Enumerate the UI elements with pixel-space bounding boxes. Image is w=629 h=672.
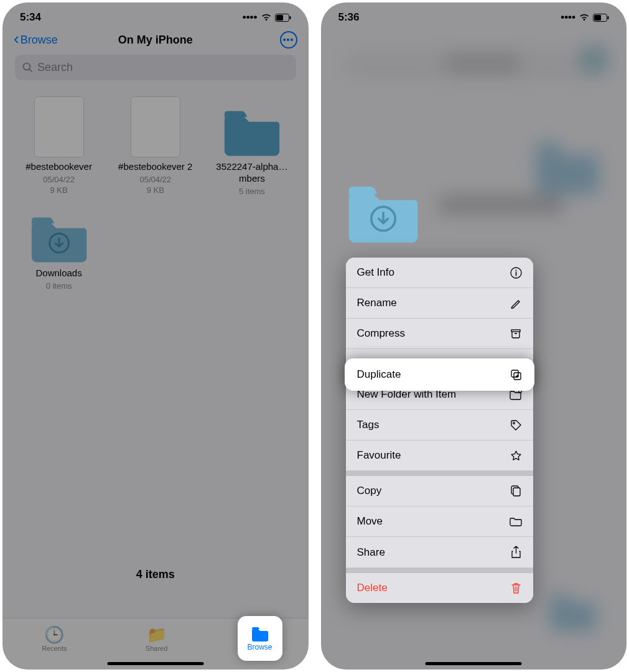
menu-rename[interactable]: Rename bbox=[346, 288, 534, 319]
battery-icon bbox=[593, 14, 609, 22]
tab-recents[interactable]: 🕒 Recents bbox=[42, 626, 67, 652]
status-time: 5:36 bbox=[338, 11, 360, 24]
folder-icon bbox=[251, 626, 269, 642]
menu-favourite[interactable]: Favourite bbox=[346, 441, 534, 471]
trash-icon bbox=[510, 582, 522, 594]
status-bar: 5:34 •••• bbox=[2, 2, 309, 27]
search-placeholder: Search bbox=[37, 61, 73, 74]
tab-shared[interactable]: 📁 Shared bbox=[146, 626, 167, 652]
star-icon bbox=[510, 450, 522, 462]
tab-browse-highlighted[interactable]: Browse bbox=[238, 616, 282, 661]
menu-get-info[interactable]: Get Info bbox=[346, 258, 534, 288]
wifi-icon bbox=[261, 13, 272, 22]
menu-separator bbox=[346, 568, 534, 573]
file-item[interactable]: 3522247-alpha…mbers 5 items bbox=[207, 96, 297, 197]
svg-rect-20 bbox=[513, 488, 520, 496]
back-label: Browse bbox=[21, 34, 58, 47]
folder-icon bbox=[510, 516, 522, 526]
home-indicator[interactable] bbox=[426, 662, 522, 665]
ellipsis-icon: ••• bbox=[283, 35, 294, 45]
file-item[interactable]: Downloads 0 items bbox=[14, 203, 104, 292]
chevron-left-icon: ‹ bbox=[14, 29, 19, 49]
shared-folder-icon: 📁 bbox=[147, 626, 167, 643]
folder-plus-icon bbox=[510, 390, 522, 400]
menu-share[interactable]: Share bbox=[346, 537, 534, 568]
context-menu: Get Info Rename Compress Duplicate New F… bbox=[346, 258, 534, 603]
menu-duplicate-highlighted[interactable]: Duplicate bbox=[345, 358, 535, 391]
home-indicator[interactable] bbox=[107, 662, 203, 665]
menu-separator bbox=[346, 471, 534, 476]
file-item[interactable]: #bestebookever 2 05/04/22 9 KB bbox=[110, 96, 200, 197]
cellular-icon: •••• bbox=[243, 11, 258, 24]
pencil-icon bbox=[510, 297, 522, 309]
tag-icon bbox=[510, 419, 522, 431]
item-count: 4 items bbox=[2, 561, 309, 589]
nav-bar: ‹ Browse On My iPhone ••• bbox=[2, 27, 309, 55]
svg-rect-2 bbox=[276, 15, 283, 21]
file-grid: #bestebookever 05/04/22 9 KB #bestebooke… bbox=[2, 90, 309, 298]
search-icon bbox=[22, 62, 33, 73]
document-icon bbox=[131, 96, 180, 157]
svg-point-4 bbox=[24, 63, 30, 70]
folder-icon bbox=[222, 108, 282, 156]
svg-point-19 bbox=[513, 422, 515, 424]
svg-rect-7 bbox=[594, 15, 601, 21]
menu-copy[interactable]: Copy bbox=[346, 476, 534, 506]
battery-icon bbox=[275, 14, 291, 22]
status-bar: 5:36 •••• bbox=[321, 2, 627, 27]
svg-rect-12 bbox=[511, 330, 520, 332]
folder-icon bbox=[29, 214, 89, 263]
duplicate-icon bbox=[510, 369, 522, 381]
share-icon bbox=[510, 546, 522, 559]
svg-rect-3 bbox=[289, 16, 291, 19]
copy-icon bbox=[510, 485, 522, 497]
menu-delete[interactable]: Delete bbox=[346, 573, 534, 603]
wifi-icon bbox=[579, 13, 590, 22]
document-icon bbox=[34, 96, 84, 157]
more-button[interactable]: ••• bbox=[280, 31, 297, 49]
file-item[interactable]: #bestebookever 05/04/22 9 KB bbox=[14, 96, 104, 197]
archive-icon bbox=[510, 328, 522, 339]
selected-folder[interactable] bbox=[346, 183, 421, 243]
menu-tags[interactable]: Tags bbox=[346, 410, 534, 441]
svg-point-10 bbox=[515, 269, 516, 271]
status-indicators: •••• bbox=[243, 11, 291, 24]
clock-icon: 🕒 bbox=[44, 626, 64, 643]
menu-compress[interactable]: Compress bbox=[346, 319, 534, 349]
status-time: 5:34 bbox=[20, 11, 41, 24]
svg-line-5 bbox=[30, 70, 32, 72]
status-indicators: •••• bbox=[561, 11, 609, 24]
info-icon bbox=[510, 267, 522, 279]
menu-move[interactable]: Move bbox=[346, 506, 534, 537]
cellular-icon: •••• bbox=[561, 11, 575, 24]
back-button[interactable]: ‹ Browse bbox=[14, 31, 58, 49]
screen-context-menu: 5:36 •••• Get Info Rename Compress bbox=[321, 2, 627, 670]
svg-rect-8 bbox=[608, 16, 609, 19]
screen-browse: 5:34 •••• ‹ Browse On My iPhone ••• Sear… bbox=[2, 2, 309, 670]
search-input[interactable]: Search bbox=[15, 55, 296, 80]
